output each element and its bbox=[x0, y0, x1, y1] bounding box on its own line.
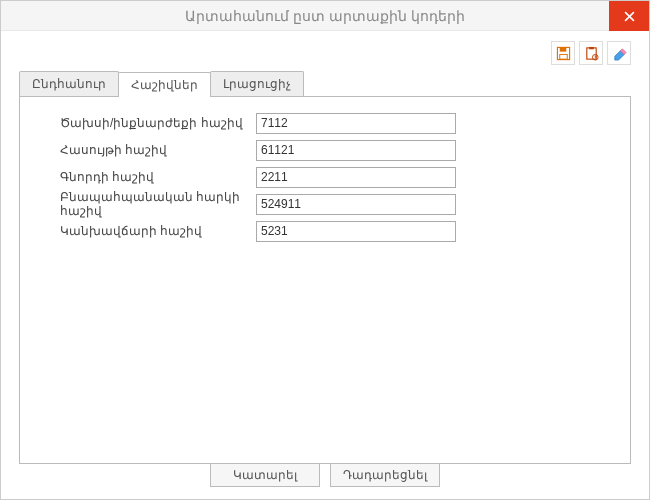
save-icon bbox=[556, 46, 571, 61]
clipboard-icon bbox=[584, 46, 599, 61]
input-revenue-account[interactable] bbox=[256, 140, 456, 161]
form-row: Կանխավճարի հաշիվ bbox=[36, 219, 614, 243]
label-revenue-account: Հասույթի հաշիվ bbox=[36, 143, 256, 157]
tab-panel: Ծախսի/ինքնարժեքի հաշիվ Հասույթի հաշիվ Գն… bbox=[19, 96, 631, 464]
label-expense-account: Ծախսի/ինքնարժեքի հաշիվ bbox=[36, 116, 256, 130]
clipboard-button[interactable] bbox=[579, 41, 603, 65]
label-prepay-account: Կանխավճարի հաշիվ bbox=[36, 224, 256, 238]
input-buyer-account[interactable] bbox=[256, 167, 456, 188]
footer: Կատարել Դադարեցնել bbox=[1, 463, 649, 487]
erase-icon bbox=[612, 46, 627, 61]
form-row: Գնորդի հաշիվ bbox=[36, 165, 614, 189]
save-button[interactable] bbox=[551, 41, 575, 65]
form-row: Ծախսի/ինքնարժեքի հաշիվ bbox=[36, 111, 614, 135]
close-button[interactable] bbox=[609, 1, 649, 31]
tab-general[interactable]: Ընդհանուր bbox=[19, 71, 119, 96]
svg-rect-4 bbox=[589, 46, 594, 48]
cancel-button[interactable]: Դադարեցնել bbox=[330, 463, 440, 487]
label-buyer-account: Գնորդի հաշիվ bbox=[36, 170, 256, 184]
input-env-tax-account[interactable] bbox=[256, 194, 456, 215]
label-env-tax-account: Բնապահպանական հարկի հաշիվ bbox=[36, 190, 256, 218]
erase-button[interactable] bbox=[607, 41, 631, 65]
svg-rect-2 bbox=[559, 54, 567, 59]
form-row: Բնապահպանական հարկի հաշիվ bbox=[36, 192, 614, 216]
input-expense-account[interactable] bbox=[256, 113, 456, 134]
close-icon bbox=[624, 11, 635, 22]
tab-accounts[interactable]: Հաշիվներ bbox=[118, 72, 211, 97]
window-title: Արտահանում ըստ արտաքին կոդերի bbox=[185, 8, 465, 24]
tabs: Ընդհանուր Հաշիվներ Լրացուցիչ bbox=[1, 71, 649, 96]
toolbar bbox=[1, 31, 649, 71]
svg-rect-1 bbox=[559, 47, 566, 51]
input-prepay-account[interactable] bbox=[256, 221, 456, 242]
form-row: Հասույթի հաշիվ bbox=[36, 138, 614, 162]
svg-rect-3 bbox=[586, 47, 595, 58]
titlebar: Արտահանում ըստ արտաքին կոդերի bbox=[1, 1, 649, 31]
ok-button[interactable]: Կատարել bbox=[210, 463, 320, 487]
tab-additional[interactable]: Լրացուցիչ bbox=[210, 71, 304, 96]
